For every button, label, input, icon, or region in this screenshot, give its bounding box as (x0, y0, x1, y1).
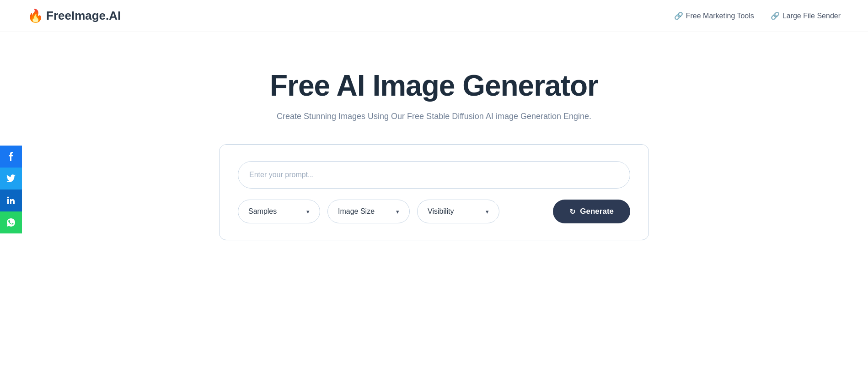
refresh-icon: ↻ (569, 207, 575, 216)
prompt-input[interactable] (238, 161, 630, 189)
nav: 🔗 Free Marketing Tools 🔗 Large File Send… (674, 11, 841, 20)
main-content: Free AI Image Generator Create Stunning … (0, 32, 868, 259)
logo-text: FreeImage.AI (46, 9, 121, 23)
logo-icon: 🔥 (27, 8, 43, 23)
samples-dropdown[interactable]: Samples ▾ (238, 200, 320, 223)
whatsapp-share-button[interactable] (0, 211, 22, 233)
linkedin-share-button[interactable] (0, 190, 22, 211)
facebook-share-button[interactable] (0, 146, 22, 168)
visibility-dropdown[interactable]: Visibility ▾ (417, 200, 499, 223)
page-title: Free AI Image Generator (270, 69, 598, 103)
chevron-down-icon: ▾ (396, 208, 399, 215)
social-sidebar (0, 146, 22, 233)
nav-free-marketing-tools[interactable]: 🔗 Free Marketing Tools (674, 11, 754, 20)
chevron-down-icon: ▾ (486, 208, 489, 215)
chevron-down-icon: ▾ (306, 208, 310, 215)
logo[interactable]: 🔥 FreeImage.AI (27, 8, 121, 23)
samples-label: Samples (248, 207, 277, 216)
generate-label: Generate (580, 207, 614, 216)
visibility-label: Visibility (428, 207, 454, 216)
image-size-label: Image Size (338, 207, 375, 216)
nav-large-file-sender[interactable]: 🔗 Large File Sender (771, 11, 841, 20)
link-icon-file-sender: 🔗 (771, 11, 780, 20)
image-size-dropdown[interactable]: Image Size ▾ (327, 200, 410, 223)
controls-row: Samples ▾ Image Size ▾ Visibility ▾ ↻ Ge… (238, 200, 630, 223)
generator-card: Samples ▾ Image Size ▾ Visibility ▾ ↻ Ge… (219, 144, 649, 240)
link-icon-marketing: 🔗 (674, 11, 683, 20)
twitter-share-button[interactable] (0, 168, 22, 190)
generate-button[interactable]: ↻ Generate (553, 200, 630, 223)
header: 🔥 FreeImage.AI 🔗 Free Marketing Tools 🔗 … (0, 0, 868, 32)
page-subtitle: Create Stunning Images Using Our Free St… (277, 112, 591, 121)
